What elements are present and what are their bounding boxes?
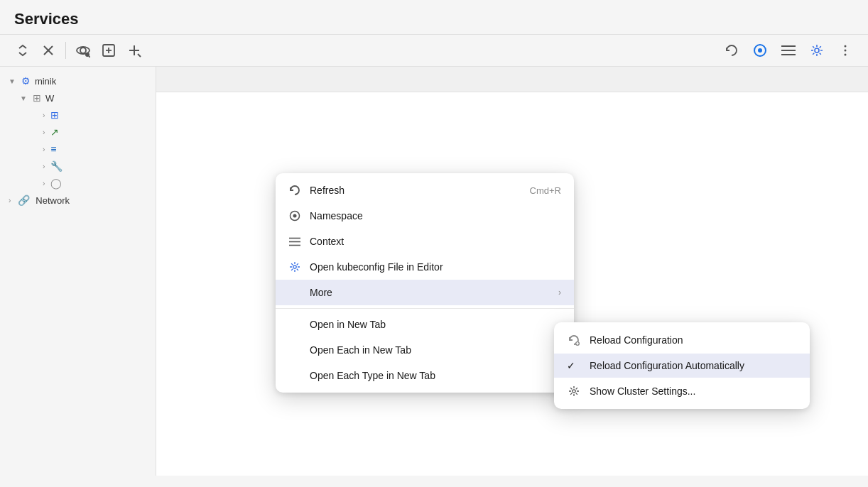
- submenu-item-reload-config-auto[interactable]: ✓ Reload Configuration Automatically: [554, 354, 810, 378]
- open-new-tab-icon: [288, 318, 301, 331]
- context-menu-icon: [288, 235, 301, 248]
- toolbar-left: [11, 39, 717, 62]
- svg-point-26: [293, 266, 296, 268]
- reload-config-icon: [567, 333, 581, 347]
- k8s-icon: ⚙: [21, 75, 31, 87]
- menu-item-open-each-new-tab[interactable]: Open Each in New Tab: [276, 337, 574, 363]
- namespace-label: Namespace: [310, 210, 561, 221]
- menu-item-open-each-type-new-tab[interactable]: Open Each Type in New Tab: [276, 363, 574, 388]
- main-layout: ▼ ⚙ minik ▼ ⊞ W › ⊞ › ↗ ›: [0, 67, 868, 476]
- svg-point-19: [845, 50, 847, 52]
- sidebar-item-1[interactable]: › ⊞: [34, 106, 156, 124]
- circle-icon: ◯: [50, 177, 62, 189]
- refresh-menu-icon: [288, 184, 301, 197]
- item5-chevron-icon: ›: [43, 180, 45, 187]
- context-button[interactable]: [777, 39, 800, 62]
- cluster-label: minik: [35, 76, 56, 87]
- more-label: More: [310, 287, 550, 298]
- svg-point-18: [845, 45, 847, 48]
- workloads-chevron-icon: ▼: [20, 94, 27, 102]
- cluster-settings-label: Show Cluster Settings...: [590, 385, 797, 397]
- sidebar-cluster-item[interactable]: ▼ ⚙ minik: [0, 72, 156, 89]
- sidebar-item-4[interactable]: › 🔧: [34, 158, 156, 175]
- workloads-group: ▼ ⊞ W › ⊞ › ↗ › ≡ ›: [0, 89, 156, 192]
- refresh-button[interactable]: [720, 39, 743, 62]
- svg-point-17: [815, 48, 819, 53]
- workloads-subitems: › ⊞ › ↗ › ≡ › 🔧 › ◯: [11, 106, 156, 192]
- item4-chevron-icon: ›: [43, 163, 45, 170]
- reload-config-auto-label: Reload Configuration Automatically: [590, 360, 797, 371]
- network-chevron-icon: ›: [9, 197, 11, 204]
- svg-point-2: [80, 48, 86, 53]
- reload-config-label: Reload Configuration: [590, 334, 797, 346]
- menu-item-more[interactable]: More ›: [276, 280, 574, 305]
- submenu-item-reload-config[interactable]: Reload Configuration: [554, 327, 810, 354]
- add-button[interactable]: [123, 39, 146, 62]
- open-each-new-tab-icon: [288, 344, 301, 356]
- svg-point-20: [845, 54, 847, 56]
- refresh-shortcut: Cmd+R: [530, 185, 561, 196]
- workloads-label: W: [45, 93, 54, 104]
- context-menu: Refresh Cmd+R Namespace: [276, 173, 574, 393]
- kubeconfig-label: Open kubeconfig File in Editor: [310, 261, 561, 273]
- menu-separator: [276, 308, 574, 309]
- more-menu-icon: [288, 286, 301, 299]
- page-title: Services: [14, 10, 79, 28]
- open-each-new-tab-label: Open Each in New Tab: [310, 344, 561, 356]
- menu-item-kubeconfig[interactable]: Open kubeconfig File in Editor: [276, 254, 574, 280]
- sidebar-workloads-item[interactable]: ▼ ⊞ W: [11, 89, 156, 106]
- more-arrow-icon: ›: [558, 288, 561, 297]
- kubeconfig-button[interactable]: [805, 39, 828, 62]
- list-icon-1: ⊞: [50, 109, 59, 121]
- menu-item-open-new-tab[interactable]: Open in New Tab: [276, 312, 574, 337]
- open-new-tab-label: Open in New Tab: [310, 319, 561, 330]
- close-button[interactable]: [37, 39, 60, 62]
- refresh-label: Refresh: [310, 185, 521, 196]
- checkmark-icon: ✓: [567, 360, 581, 371]
- wrench-icon: 🔧: [50, 160, 63, 172]
- list-icon-2: ≡: [50, 143, 56, 155]
- svg-line-11: [138, 54, 141, 57]
- header: Services: [0, 0, 868, 35]
- submenu: Reload Configuration ✓ Reload Configurat…: [554, 322, 810, 409]
- toolbar: [0, 35, 868, 67]
- collapse-expand-button[interactable]: [11, 39, 34, 62]
- sidebar-item-5[interactable]: › ◯: [34, 175, 156, 192]
- grid-icon: ⊞: [33, 92, 41, 104]
- svg-point-22: [293, 214, 297, 218]
- open-each-type-new-tab-icon: [288, 369, 301, 382]
- context-label: Context: [310, 236, 561, 247]
- item3-chevron-icon: ›: [43, 146, 45, 153]
- export-icon: ↗: [50, 126, 59, 138]
- network-label: Network: [36, 195, 70, 206]
- more-options-button[interactable]: [834, 39, 857, 62]
- svg-line-5: [89, 56, 90, 58]
- network-icon: 🔗: [18, 195, 30, 206]
- cluster-settings-icon: [567, 384, 581, 398]
- sidebar: ▼ ⚙ minik ▼ ⊞ W › ⊞ › ↗ ›: [0, 67, 156, 476]
- namespace-button[interactable]: [749, 39, 771, 62]
- svg-point-13: [758, 48, 762, 53]
- item1-chevron-icon: ›: [43, 111, 45, 119]
- view-button[interactable]: [72, 39, 94, 62]
- new-tab-button[interactable]: [97, 39, 120, 62]
- toolbar-right: [720, 39, 857, 62]
- content-bar: [156, 67, 868, 92]
- menu-item-context[interactable]: Context: [276, 229, 574, 254]
- sidebar-network-item[interactable]: › 🔗 Network: [0, 192, 156, 209]
- menu-item-refresh[interactable]: Refresh Cmd+R: [276, 177, 574, 203]
- menu-item-namespace[interactable]: Namespace: [276, 203, 574, 229]
- kubeconfig-menu-icon: [288, 261, 301, 273]
- item2-chevron-icon: ›: [43, 128, 45, 136]
- namespace-menu-icon: [288, 209, 301, 222]
- submenu-item-cluster-settings[interactable]: Show Cluster Settings...: [554, 378, 810, 405]
- content-area: Refresh Cmd+R Namespace: [156, 67, 868, 476]
- cluster-chevron-icon: ▼: [9, 77, 16, 85]
- svg-point-28: [573, 390, 575, 393]
- sidebar-item-3[interactable]: › ≡: [34, 141, 156, 158]
- sidebar-item-2[interactable]: › ↗: [34, 124, 156, 141]
- open-each-type-new-tab-label: Open Each Type in New Tab: [310, 370, 561, 381]
- toolbar-divider-1: [65, 42, 66, 59]
